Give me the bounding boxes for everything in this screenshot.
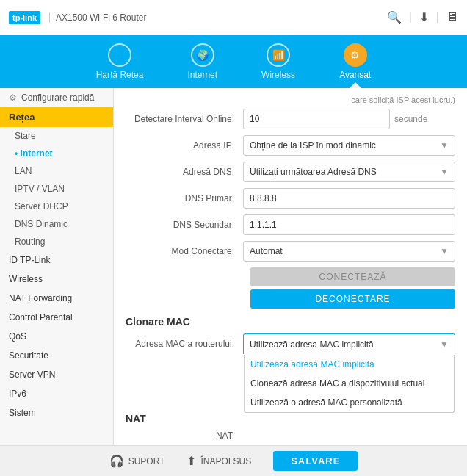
dns-primar-label: DNS Primar: xyxy=(126,193,243,203)
sidebar-item-internet[interactable]: Internet xyxy=(0,145,113,162)
sidebar-item-control-parental[interactable]: Control Parental xyxy=(0,308,113,327)
dns-secundar-input[interactable] xyxy=(243,214,455,235)
sidebar-item-id-tp-link[interactable]: ID TP-Link xyxy=(0,250,113,270)
sidebar-group-retea[interactable]: Rețea xyxy=(0,107,113,127)
adresa-ip-label: Adresa IP: xyxy=(126,140,243,151)
sidebar-item-qos[interactable]: QoS xyxy=(0,327,113,346)
inapoi-sus-button[interactable]: ⬆ ÎNAPOI SUS xyxy=(187,454,251,468)
adresa-ip-select[interactable]: Obține de la ISP în mod dinamic ▼ xyxy=(243,135,455,156)
sidebar-item-stare[interactable]: Stare xyxy=(0,127,113,145)
adresa-dns-label: Adresă DNS: xyxy=(126,167,243,177)
download-icon[interactable]: ⬇ xyxy=(419,10,429,24)
adresa-dns-select[interactable]: Utilizați următoarea Adresă DNS ▼ xyxy=(243,162,455,182)
internet-icon: 🌍 xyxy=(191,43,214,67)
sidebar-item-wireless[interactable]: Wireless xyxy=(0,270,113,289)
adresa-mac-arrow-icon: ▼ xyxy=(440,339,449,350)
adresa-dns-row: Adresă DNS: Utilizați următoarea Adresă … xyxy=(126,162,455,182)
sidebar-item-ipv6[interactable]: IPv6 xyxy=(0,384,113,403)
dns-primar-row: DNS Primar: xyxy=(126,188,455,209)
suport-label: SUPORT xyxy=(128,456,165,466)
nat-row: NAT: xyxy=(126,430,455,441)
sidebar-item-dhcp[interactable]: Server DHCP xyxy=(0,198,113,215)
separator2: | xyxy=(436,10,439,24)
quick-setup-label: Configurare rapidă xyxy=(21,93,94,103)
dns-secundar-label: DNS Secundar: xyxy=(126,220,243,230)
mac-option-1[interactable]: Utilizează adresa MAC implicită xyxy=(245,355,454,374)
nav-tabs: 🌐 Hartă Rețea 🌍 Internet 📶 Wireless ⚙ Av… xyxy=(0,35,467,88)
dns-secundar-row: DNS Secundar: xyxy=(126,214,455,235)
product-name: AX1500 Wi-Fi 6 Router xyxy=(49,12,146,23)
sidebar-quick-setup[interactable]: ⚙ Configurare rapidă xyxy=(0,88,113,107)
mod-conectare-value: Automat xyxy=(250,246,283,256)
adresa-ip-row: Adresa IP: Obține de la ISP în mod dinam… xyxy=(126,135,455,156)
tab-internet-label: Internet xyxy=(187,70,217,80)
header-icons: 🔍 | ⬇ | 🖥 xyxy=(387,10,458,24)
sidebar: ⚙ Configurare rapidă Rețea Stare Interne… xyxy=(0,88,114,445)
nat-label: NAT: xyxy=(126,430,243,441)
buttons-area: CONECTEAZĂ DECONECTARE xyxy=(250,267,455,309)
wireless-icon: 📶 xyxy=(267,43,290,67)
content-area: care solicită ISP acest lucru.) Detectar… xyxy=(114,88,467,445)
nat-title: NAT xyxy=(126,413,455,425)
sidebar-item-lan[interactable]: LAN xyxy=(0,162,113,180)
adresa-mac-select[interactable]: Utilizează adresa MAC implicită ▼ Utiliz… xyxy=(243,333,455,354)
adresa-mac-label: Adresa MAC a routerului: xyxy=(126,339,243,349)
mod-conectare-label: Mod Conectare: xyxy=(126,246,243,256)
tab-internet[interactable]: 🌍 Internet xyxy=(165,35,239,88)
adresa-mac-row: Adresa MAC a routerului: Utilizează adre… xyxy=(126,333,455,354)
mod-conectare-row: Mod Conectare: Automat ▼ xyxy=(126,241,455,262)
header: tp-link AX1500 Wi-Fi 6 Router 🔍 | ⬇ | 🖥 xyxy=(0,0,467,35)
nat-section: NAT NAT: xyxy=(126,413,455,441)
sidebar-item-server-vpn[interactable]: Server VPN xyxy=(0,365,113,384)
tab-wireless[interactable]: 📶 Wireless xyxy=(239,35,317,88)
sidebar-item-iptv[interactable]: IPTV / VLAN xyxy=(0,180,113,198)
sidebar-item-nat-forwarding[interactable]: NAT Forwarding xyxy=(0,289,113,308)
avansat-icon: ⚙ xyxy=(344,43,367,67)
salvare-button[interactable]: SALVARE xyxy=(273,451,358,471)
adresa-ip-arrow-icon: ▼ xyxy=(440,140,449,151)
connect-button: CONECTEAZĂ xyxy=(250,267,455,286)
sidebar-item-securitate[interactable]: Securitate xyxy=(0,346,113,365)
tab-harta-retea[interactable]: 🌐 Hartă Rețea xyxy=(74,35,166,88)
adresa-mac-value: Utilizează adresa MAC implicită xyxy=(250,339,374,350)
suport-button[interactable]: 🎧 SUPORT xyxy=(109,454,165,468)
detectare-input[interactable] xyxy=(243,109,390,129)
mac-option-3[interactable]: Utilizează o adresă MAC personalizată xyxy=(245,393,454,412)
adresa-dns-value: Utilizați următoarea Adresă DNS xyxy=(250,167,377,177)
headset-icon: 🎧 xyxy=(109,454,124,468)
monitor-icon[interactable]: 🖥 xyxy=(446,10,458,24)
detectare-label: Detectare Interval Online: xyxy=(126,114,243,124)
search-icon[interactable]: 🔍 xyxy=(387,10,402,24)
detectare-row: Detectare Interval Online: secunde xyxy=(126,109,455,129)
clonare-mac-title: Clonare MAC xyxy=(126,316,455,328)
mod-conectare-select[interactable]: Automat ▼ xyxy=(243,241,455,262)
note-text: care solicită ISP acest lucru.) xyxy=(126,95,455,104)
logo-badge: tp-link xyxy=(9,11,40,24)
tab-wireless-label: Wireless xyxy=(261,70,295,80)
tab-avansat-label: Avansat xyxy=(339,70,371,80)
mod-conectare-arrow-icon: ▼ xyxy=(440,246,449,256)
sidebar-item-dns-dinamic[interactable]: DNS Dinamic xyxy=(0,215,113,233)
inapoi-sus-label: ÎNAPOI SUS xyxy=(200,456,251,466)
sidebar-item-routing[interactable]: Routing xyxy=(0,233,113,250)
harta-icon: 🌐 xyxy=(108,43,131,67)
separator: | xyxy=(409,10,412,24)
adresa-ip-value: Obține de la ISP în mod dinamic xyxy=(250,140,376,151)
logo-area: tp-link AX1500 Wi-Fi 6 Router xyxy=(9,11,146,24)
tab-avansat[interactable]: ⚙ Avansat xyxy=(317,35,393,88)
sidebar-item-sistem[interactable]: Sistem xyxy=(0,403,113,422)
tab-harta-label: Hartă Rețea xyxy=(96,70,144,80)
disconnect-button[interactable]: DECONECTARE xyxy=(250,289,455,309)
dns-primar-input[interactable] xyxy=(243,188,455,209)
adresa-dns-arrow-icon: ▼ xyxy=(440,167,449,177)
arrow-up-icon: ⬆ xyxy=(187,454,196,468)
mac-option-2[interactable]: Clonează adresa MAC a dispozitivului act… xyxy=(245,374,454,393)
main-layout: ⚙ Configurare rapidă Rețea Stare Interne… xyxy=(0,88,467,445)
footer: 🎧 SUPORT ⬆ ÎNAPOI SUS SALVARE xyxy=(0,445,467,476)
detectare-unit: secunde xyxy=(394,114,427,124)
mac-dropdown-menu: Utilizează adresa MAC implicită Clonează… xyxy=(244,355,455,413)
gear-icon: ⚙ xyxy=(9,93,17,103)
